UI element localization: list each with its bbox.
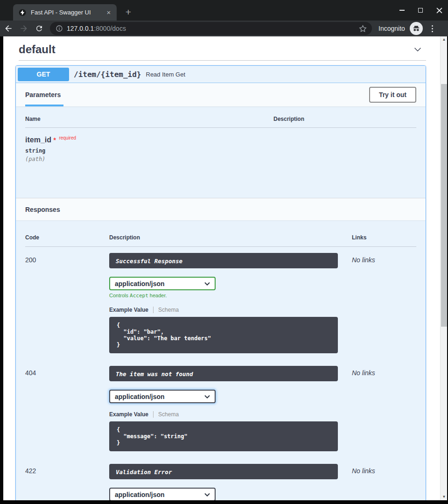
- browser-tab[interactable]: Fast API - Swagger UI ×: [13, 4, 117, 21]
- response-row-200: 200 Successful Response application/json…: [25, 247, 416, 360]
- response-row-404: 404 The item was not found application/j…: [25, 360, 416, 458]
- tab-parameters[interactable]: Parameters: [25, 83, 61, 106]
- url-text[interactable]: 127.0.0.1:8000/docs: [67, 25, 358, 32]
- response-description-panel: The item was not found: [109, 366, 338, 381]
- parameters-body: Name Description item_id * required stri…: [16, 106, 426, 198]
- select-chevron-icon: [204, 282, 210, 286]
- bookmark-star-icon[interactable]: [358, 24, 367, 33]
- page-viewport: default GET /item/{item_id} Read Item Ge…: [3, 36, 447, 500]
- response-code: 200: [25, 253, 109, 360]
- required-label: required: [59, 135, 76, 140]
- parameter-location: (path): [25, 156, 273, 162]
- new-tab-button[interactable]: +: [122, 6, 134, 18]
- page-info-icon[interactable]: [56, 25, 63, 32]
- scroll-down-icon[interactable]: ▼: [441, 494, 447, 500]
- tag-section-header[interactable]: default: [15, 43, 426, 56]
- select-chevron-icon: [204, 493, 210, 497]
- response-row-422: 422 Validation Error application/json Ex…: [25, 458, 416, 500]
- param-col-description: Description: [273, 116, 416, 128]
- param-col-name: Name: [25, 116, 273, 128]
- incognito-label: Incognito: [378, 25, 405, 32]
- reload-button[interactable]: [32, 22, 46, 35]
- scrollbar-thumb[interactable]: [441, 84, 447, 327]
- browser-toolbar: 127.0.0.1:8000/docs Incognito: [0, 21, 448, 36]
- address-bar[interactable]: 127.0.0.1:8000/docs: [50, 22, 372, 35]
- response-links: No links: [352, 366, 416, 458]
- tab-title: Fast API - Swagger UI: [31, 9, 102, 16]
- operation-summary[interactable]: GET /item/{item_id} Read Item Get: [16, 66, 426, 83]
- incognito-indicator: Incognito: [378, 22, 423, 35]
- resp-col-code: Code: [25, 234, 109, 247]
- fastapi-favicon-icon: [19, 9, 26, 16]
- http-method-badge: GET: [18, 68, 69, 81]
- tab-close-icon[interactable]: ×: [105, 8, 113, 17]
- tab-example-value[interactable]: Example Value: [109, 411, 154, 418]
- controls-accept-note: Controls Accept header.: [109, 293, 352, 299]
- operation-summary-text: Read Item Get: [146, 71, 186, 78]
- minimize-button[interactable]: [396, 4, 408, 16]
- section-divider: [19, 60, 426, 61]
- parameter-row: item_id * required string (path): [25, 128, 273, 162]
- response-code: 404: [25, 366, 109, 458]
- response-links: No links: [352, 464, 416, 500]
- browser-menu-icon[interactable]: [427, 22, 439, 35]
- close-button[interactable]: [433, 4, 445, 16]
- resp-col-links: Links: [352, 234, 416, 247]
- window-controls: [396, 0, 445, 21]
- page-scrollbar[interactable]: ▲ ▼: [440, 36, 447, 500]
- tab-strip: Fast API - Swagger UI × +: [0, 0, 448, 21]
- resp-col-description: Description: [109, 234, 352, 247]
- media-type-select[interactable]: application/json: [109, 488, 216, 500]
- back-button[interactable]: [1, 22, 15, 35]
- scroll-up-icon[interactable]: ▲: [441, 36, 447, 43]
- incognito-icon: [410, 22, 423, 35]
- maximize-button[interactable]: [414, 4, 427, 16]
- response-code: 422: [25, 464, 109, 500]
- parameter-name: item_id: [25, 136, 51, 144]
- response-description-panel: Validation Error: [109, 464, 338, 479]
- responses-header: Responses: [16, 198, 426, 220]
- example-json: { "id": "bar", "value": "The bar tenders…: [109, 317, 338, 353]
- operation-block: GET /item/{item_id} Read Item Get Parame…: [15, 65, 426, 500]
- select-chevron-icon: [204, 395, 210, 399]
- tab-schema[interactable]: Schema: [154, 411, 179, 418]
- responses-title: Responses: [25, 206, 60, 213]
- parameter-type: string: [25, 147, 273, 154]
- chevron-down-icon[interactable]: [413, 44, 423, 55]
- tab-schema[interactable]: Schema: [154, 307, 179, 313]
- response-links: No links: [352, 253, 416, 360]
- tab-example-value[interactable]: Example Value: [109, 307, 154, 313]
- media-type-select[interactable]: application/json: [109, 277, 216, 290]
- responses-body: Code Description Links 200 Successful Re…: [16, 220, 426, 500]
- parameters-header: Parameters Try it out: [16, 83, 426, 106]
- operation-path: /item/{item_id}: [74, 70, 141, 79]
- required-asterisk: *: [53, 136, 56, 144]
- media-type-select[interactable]: application/json: [109, 390, 216, 403]
- tag-title: default: [19, 43, 56, 56]
- response-description-panel: Successful Response: [109, 253, 338, 268]
- example-json: { "message": "string" }: [109, 421, 338, 451]
- forward-button[interactable]: [17, 22, 31, 35]
- try-it-out-button[interactable]: Try it out: [369, 87, 416, 103]
